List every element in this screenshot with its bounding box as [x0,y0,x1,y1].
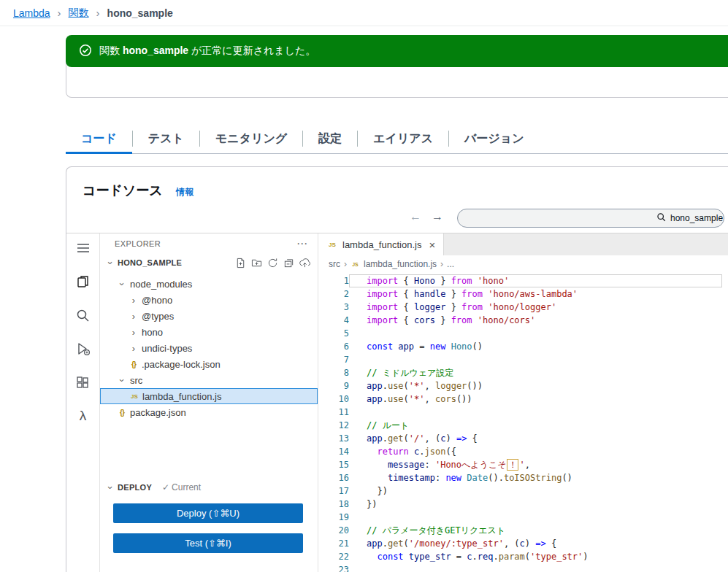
code-line[interactable]: 4import { cors } from 'hono/cors' [318,314,728,327]
line-content [349,511,722,524]
code-line[interactable]: 1import { Hono } from 'hono' [318,274,728,287]
tree-item--hono[interactable]: ›@hono [100,292,318,308]
chevron-down-icon: › [105,257,116,268]
code-line[interactable]: 16 timestamp: new Date().toISOString() [318,471,728,484]
collapse-all-icon[interactable] [283,258,294,268]
deploy-buttons: Deploy (⇧⌘U)Test (⇧⌘I) [100,496,318,553]
menu-icon[interactable] [74,239,92,257]
tree-item-label: @types [142,311,174,322]
tree-item-src[interactable]: ›src [100,372,318,388]
new-file-icon[interactable] [235,258,246,268]
deploy-header[interactable]: › DEPLOY ✓Current [100,479,318,496]
breadcrumb-item[interactable]: lambda_function.js [364,259,437,269]
code-line[interactable]: 11 [318,406,728,419]
tab-3[interactable]: 設定 [303,124,357,153]
tree-item-hono[interactable]: ›hono [100,324,318,340]
line-number: 7 [318,353,349,366]
upload-icon[interactable] [299,258,310,268]
code-line[interactable]: 6const app = new Hono() [318,340,728,353]
tree-item-node-modules[interactable]: ›node_modules [100,276,318,292]
search-input[interactable]: hono_sample [457,209,724,228]
line-number: 9 [318,379,349,393]
breadcrumb-item[interactable]: Lambda [13,7,50,19]
breadcrumb-item: hono_sample [107,7,173,19]
line-content: app.use('*', cors()) [349,393,722,406]
refresh-icon[interactable] [267,258,278,268]
workspace-root-row[interactable]: › HONO_SAMPLE [100,254,318,271]
code-line[interactable]: 21app.get('/money/:type_str', (c) => { [318,537,728,550]
run-debug-icon[interactable] [74,340,92,358]
tab-1[interactable]: テスト [133,124,199,153]
code-line[interactable]: 8// ミドルウェア設定 [318,366,728,379]
breadcrumb-item[interactable]: 関数 [69,7,89,20]
editor-tab-lambda-function[interactable]: JS lambda_function.js × [318,233,444,255]
line-number: 10 [318,393,349,406]
chevron-down-icon: › [105,482,116,493]
forward-arrow-icon[interactable]: → [432,210,443,223]
code-line[interactable]: 22 const type_str = c.req.param('type_st… [318,550,728,563]
card-title: コードソース [83,183,163,198]
code-line[interactable]: 23 [318,563,728,572]
search-panel-icon[interactable] [74,306,92,324]
code-line[interactable]: 15 message: 'Honoへようこそ！', [318,458,728,471]
new-folder-icon[interactable] [251,258,262,268]
editor-tab-label: lambda_function.js [342,239,421,250]
extensions-icon[interactable] [74,374,92,391]
code-line[interactable]: 9app.use('*', logger()) [318,379,728,393]
deploy-title: DEPLOY [118,483,152,492]
line-content: message: 'Honoへようこそ！', [349,458,722,471]
tree-item-undici-types[interactable]: ›undici-types [100,340,318,356]
code-editor[interactable]: 1import { Hono } from 'hono'2import { ha… [318,273,728,572]
line-content [349,406,722,419]
code-line[interactable]: 17 }) [318,484,728,498]
editor-pane: JS lambda_function.js × src›JSlambda_fun… [318,233,728,572]
code-line[interactable]: 14 return c.json({ [318,445,728,458]
tab-2[interactable]: モニタリング [200,124,302,153]
more-actions-icon[interactable]: ⋯ [296,237,307,250]
line-content: import { logger } from 'hono/logger' [349,301,722,314]
tree-item-label: .package-lock.json [142,359,221,370]
line-number: 18 [318,498,349,511]
info-link[interactable]: 情報 [176,187,194,197]
code-line[interactable]: 3import { logger } from 'hono/logger' [318,301,728,314]
tree-item--types[interactable]: ›@types [100,308,318,324]
line-content [349,563,722,572]
line-number: 2 [318,287,349,301]
line-content [349,353,722,366]
code-line[interactable]: 13app.get('/', (c) => { [318,432,728,445]
tree-item-label: hono [142,327,163,338]
line-number: 17 [318,484,349,498]
aws-lambda-icon[interactable]: λ [74,407,92,425]
tab-5[interactable]: バージョン [449,124,540,153]
tab-4[interactable]: エイリアス [358,124,448,153]
breadcrumb-separator: › [344,259,347,269]
back-arrow-icon[interactable]: ← [410,210,421,223]
line-content: // パラメータ付きGETリクエスト [349,524,722,537]
test-button[interactable]: Test (⇧⌘I) [113,533,303,553]
tree-item-package-json[interactable]: {}package.json [100,404,318,420]
line-content [349,327,722,340]
code-line[interactable]: 19 [318,511,728,524]
explorer-icon[interactable] [74,273,92,290]
tab-0[interactable]: コード [66,124,132,153]
line-content: }) [349,498,722,511]
code-line[interactable]: 7 [318,353,728,366]
deploy-status: ✓Current [162,482,201,492]
breadcrumb-item[interactable]: ... [447,259,454,269]
code-line[interactable]: 10app.use('*', cors()) [318,393,728,406]
deploy-section: › DEPLOY ✓Current Deploy (⇧⌘U)Test (⇧⌘I) [100,479,318,553]
line-number: 3 [318,301,349,314]
breadcrumb: Lambda›関数›hono_sample [0,0,728,26]
tree-item--package-lock-json[interactable]: {}.package-lock.json [100,356,318,372]
code-line[interactable]: 18}) [318,498,728,511]
line-content: // ルート [349,419,722,432]
tree-item-lambda-function-js[interactable]: JSlambda_function.js [100,388,318,404]
code-line[interactable]: 5 [318,327,728,340]
explorer-tree: ›node_modules›@hono›@types›hono›undici-t… [100,276,318,420]
code-line[interactable]: 12// ルート [318,419,728,432]
code-line[interactable]: 20// パラメータ付きGETリクエスト [318,524,728,537]
breadcrumb-item[interactable]: src [329,259,340,269]
code-line[interactable]: 2import { handle } from 'hono/aws-lambda… [318,287,728,301]
close-icon[interactable]: × [429,239,435,251]
deploy-button[interactable]: Deploy (⇧⌘U) [113,503,303,523]
